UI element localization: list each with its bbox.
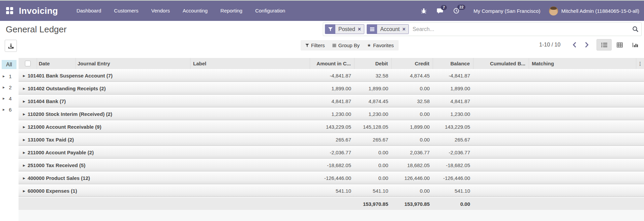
- group-row[interactable]: ▶ 400000 Product Sales (12) -126,446.00 …: [19, 172, 644, 184]
- caret-right-icon: ▶: [23, 151, 25, 154]
- column-header-amount-in-currency[interactable]: Amount in C...: [310, 58, 355, 69]
- main-navbar: Invoicing Dashboard Customers Vendors Ac…: [0, 1, 644, 21]
- graph-view-button[interactable]: [627, 39, 643, 51]
- search-icon[interactable]: [632, 26, 639, 32]
- navbar-systray: 7 22 My Company (San Francisco) Mitchell…: [411, 6, 639, 15]
- column-header-journal-entry[interactable]: Journal Entry: [76, 58, 190, 69]
- cell-balance: 143,229.05: [433, 124, 473, 130]
- cell-balance: 541.10: [433, 188, 473, 194]
- menu-dashboard[interactable]: Dashboard: [70, 1, 108, 21]
- menu-vendors[interactable]: Vendors: [145, 1, 176, 21]
- level-button-4[interactable]: ▶ 4: [3, 95, 18, 102]
- export-button[interactable]: [5, 40, 17, 52]
- cell-amount-in-currency: 1,899.00: [310, 86, 355, 91]
- table-header-row: Date Journal Entry Label Amount in C... …: [19, 58, 644, 69]
- group-row[interactable]: ▶ 101401 Bank Suspense Account (7) -4,84…: [19, 70, 644, 82]
- group-row[interactable]: ▶ 600000 Expenses (1) 541.10 541.10 0.00…: [19, 185, 644, 197]
- facet-posted-remove-icon[interactable]: ×: [358, 26, 361, 32]
- company-switcher[interactable]: My Company (San Francisco): [473, 8, 540, 14]
- group-row[interactable]: ▶ 101404 Bank (7) 4,841.87 4,874.45 32.5…: [19, 95, 644, 107]
- caret-right-icon: ▶: [23, 74, 25, 77]
- group-row[interactable]: ▶ 110200 Stock Interim (Received) (2) 1,…: [19, 108, 644, 120]
- cell-amount-in-currency: -2,036.77: [310, 150, 355, 155]
- group-level-sidebar: All ▶ 1 ▶ 2 ▶ 4 ▶ 6: [0, 58, 19, 221]
- list-view-button[interactable]: [596, 39, 612, 51]
- cell-credit: 0.00: [392, 86, 433, 91]
- cell-debit: 145,128.05: [355, 124, 392, 130]
- favorites-button[interactable]: ★ Favorites: [367, 42, 394, 48]
- menu-accounting[interactable]: Accounting: [176, 1, 214, 21]
- cell-balance: 1,899.00: [433, 86, 473, 91]
- column-header-label[interactable]: Label: [190, 58, 310, 69]
- cell-amount-in-currency: -4,841.87: [310, 73, 355, 78]
- cell-amount-in-currency: -126,446.00: [310, 175, 355, 181]
- caret-right-icon: ▶: [23, 100, 25, 103]
- level-button-1[interactable]: ▶ 1: [3, 73, 18, 80]
- column-header-balance[interactable]: Balance: [433, 58, 473, 69]
- column-header-matching[interactable]: Matching: [529, 58, 636, 69]
- column-header-cumulated-balance[interactable]: Cumulated B...: [473, 58, 529, 69]
- menu-customers[interactable]: Customers: [108, 1, 145, 21]
- caret-right-icon: ▶: [23, 177, 25, 180]
- vertical-dots-icon: ⋮: [638, 61, 643, 66]
- group-row[interactable]: ▶ 121000 Account Receivable (9) 143,229.…: [19, 121, 644, 133]
- cell-debit: 1,899.00: [355, 86, 392, 91]
- debug-bug-icon[interactable]: [421, 8, 427, 14]
- level-button-6[interactable]: ▶ 6: [3, 106, 18, 113]
- cell-amount-in-currency: -18,682.05: [310, 162, 355, 168]
- group-row[interactable]: ▶ 131000 Tax Paid (2) 265.67 265.67 0.00…: [19, 134, 644, 146]
- apps-menu-icon[interactable]: [6, 7, 13, 14]
- column-header-credit[interactable]: Credit: [392, 58, 433, 69]
- cell-debit: 4,874.45: [355, 98, 392, 104]
- facet-account-label: Account: [380, 26, 400, 32]
- messages-badge: 7: [441, 5, 447, 10]
- caret-right-icon: ▶: [23, 125, 25, 129]
- bug-icon: [421, 8, 427, 14]
- group-row[interactable]: ▶ 101402 Outstanding Receipts (2) 1,899.…: [19, 83, 644, 95]
- group-row[interactable]: ▶ 211000 Account Payable (2) -2,036.77 0…: [19, 147, 644, 159]
- group-row-title: 121000 Account Receivable (9): [28, 124, 101, 130]
- total-debit: 153,970.85: [355, 201, 392, 207]
- menu-reporting[interactable]: Reporting: [214, 1, 249, 21]
- top-menu: Dashboard Customers Vendors Accounting R…: [70, 1, 292, 21]
- group-row-title: 110200 Stock Interim (Received) (2): [28, 111, 112, 117]
- download-icon: [8, 43, 14, 49]
- filters-button[interactable]: Filters: [305, 42, 325, 48]
- control-panel: General Ledger Posted × A: [0, 21, 644, 58]
- cell-credit: 4,874.45: [392, 73, 433, 78]
- view-switcher: [596, 39, 643, 51]
- select-all-checkbox[interactable]: [25, 61, 31, 66]
- cell-debit: 265.67: [355, 137, 392, 143]
- user-menu[interactable]: Mitchell Admin (11884065-15-0-all): [561, 8, 639, 14]
- group-row-title: 101402 Outstanding Receipts (2): [28, 86, 106, 91]
- app-brand[interactable]: Invoicing: [19, 6, 58, 16]
- cell-credit: 0.00: [392, 111, 433, 117]
- optional-columns-toggle[interactable]: ⋮: [636, 58, 644, 69]
- messages-button[interactable]: 7: [437, 8, 443, 14]
- cell-credit: 18,682.05: [392, 162, 433, 168]
- activities-badge: 22: [457, 5, 465, 10]
- column-header-date[interactable]: Date: [37, 58, 76, 69]
- facet-account-remove-icon[interactable]: ×: [402, 26, 405, 32]
- caret-right-icon: ▶: [23, 87, 25, 90]
- activities-button[interactable]: 22: [453, 8, 459, 14]
- bar-chart-icon: [632, 42, 638, 48]
- user-avatar[interactable]: [549, 6, 558, 15]
- menu-configuration[interactable]: Configuration: [249, 1, 292, 21]
- cell-credit: 126,446.00: [392, 175, 433, 181]
- level-all-button[interactable]: All: [2, 60, 17, 69]
- pivot-view-button[interactable]: [612, 39, 627, 51]
- pager-next-button[interactable]: [581, 40, 592, 50]
- column-header-debit[interactable]: Debit: [355, 58, 392, 69]
- level-button-2[interactable]: ▶ 2: [3, 84, 18, 91]
- search-bar[interactable]: Posted × Account ×: [323, 22, 642, 36]
- table-total-row: 153,970.85 153,970.85 0.00: [19, 198, 644, 210]
- group-by-button[interactable]: Group By: [332, 42, 360, 48]
- chevron-right-icon: [585, 42, 589, 48]
- group-row[interactable]: ▶ 251000 Tax Received (5) -18,682.05 0.0…: [19, 159, 644, 171]
- search-input[interactable]: [412, 26, 632, 32]
- group-row-title: 400000 Product Sales (12): [28, 175, 90, 181]
- caret-right-icon: ▶: [23, 138, 25, 141]
- caret-right-icon: ▶: [23, 113, 25, 116]
- pager-previous-button[interactable]: [569, 40, 580, 50]
